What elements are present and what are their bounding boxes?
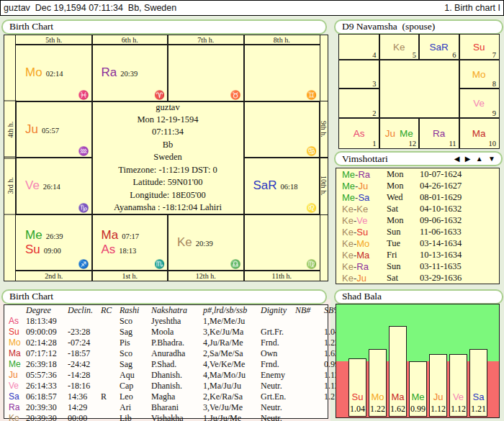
shadbala-bar-mo: Mo1.22	[369, 349, 387, 417]
dasha-row[interactable]: Ke-Su Sun 11-06-1633	[336, 227, 499, 237]
col-pada-lords: p#,lrd/sb/ssb	[203, 305, 261, 316]
d9-cell: 2	[339, 89, 379, 118]
degree-value: 26:39:18	[26, 359, 68, 370]
sign-number: 4	[372, 51, 376, 59]
planet-code: Su	[9, 327, 26, 337]
dasha-row[interactable]: Ke-Mo Tue 03-14-1634	[336, 238, 499, 249]
dasha-row[interactable]: Me-Sa Wed 08-01-1629	[336, 192, 499, 203]
planet-code: Sa	[9, 391, 26, 402]
planet-entry: Ke20:39	[177, 235, 244, 250]
planet-code: Ju	[385, 128, 395, 139]
house-cell-4: Ju05:57♒	[16, 101, 92, 158]
shadbala-bar-ve: Ve1.12	[449, 354, 467, 417]
birth-detail-line: Ayanamsha : -18:12:04 Lahiri	[114, 202, 222, 214]
table-row: Ra 20:39:30 14:29 Ari Bharani 3,Ve/Ju/Me…	[4, 402, 328, 413]
house-cell-1: Ma07:17As18:13♏	[92, 214, 168, 271]
dasha-row[interactable]: Me-Ra Mon 10-07-1624	[336, 169, 499, 180]
dasha-row[interactable]: Ke-Ke Sat 04-10-1632	[336, 204, 499, 214]
bar-planet-label: Mo	[368, 391, 387, 402]
bar-planet-label: Sa	[469, 391, 488, 402]
shadbala-panel-header: Shad Bala	[334, 289, 503, 304]
house-label: 11th h.	[244, 271, 320, 281]
col-rashi: Rashi	[120, 305, 151, 316]
dasha-weekday: Tue	[387, 238, 420, 249]
house-label: 3rd h.	[4, 158, 16, 214]
nakshatra-value: P.Shad.	[151, 359, 203, 370]
dasha-row[interactable]: Ke-Ma Fri 10-13-1634	[336, 250, 499, 261]
planet-degree: 09:00	[44, 247, 61, 255]
dasha-up-icon[interactable]: ▲	[476, 155, 483, 163]
dignity-value: Neutr.	[261, 402, 295, 413]
house-cell-2: Me26:39Su09:00♐	[16, 214, 92, 271]
dasha-row[interactable]: Ke-Ra Sun 03-11-1635	[336, 261, 499, 272]
dasha-row[interactable]: Ke-Ju Sat 03-29-1636	[336, 273, 499, 284]
dasha-next-icon[interactable]: ▶	[465, 155, 471, 163]
rashi-value: Sag	[120, 359, 151, 370]
pada-lords-value: 1,Me/Me/Ju	[203, 316, 261, 327]
pada-lords-value: 1,Ma/Ju/Ju	[203, 381, 261, 391]
planet-entry: As18:13	[102, 243, 168, 257]
pada-lords-value: 1,Ju/Ju/Me	[203, 413, 261, 421]
planet-code: Ke	[9, 413, 26, 421]
planet-entry: Ra20:39	[102, 65, 168, 80]
panel-title: Birth Chart	[9, 21, 53, 32]
dasha-row[interactable]: Ke-Ve Mon 09-06-1632	[336, 215, 499, 226]
title-bar: guztav Dec 19,1594 07:11:34 Bb, Sweden 1…	[0, 0, 504, 16]
nakshatra-value: Dhanish.	[151, 370, 203, 381]
planet-entry: Ju05:57	[25, 122, 92, 137]
bar-value-label: 1.12	[448, 404, 469, 415]
dasha-weekday: Sat	[387, 204, 420, 214]
planet-degree: 05:57	[42, 127, 59, 135]
vimshottari-panel-header: Vimshottari ◀ ▶ ▲ ▼	[334, 151, 503, 166]
shadbala-bar-su: Su1.04	[348, 358, 366, 417]
birth-detail-line: Latitude: 59N01'00	[132, 176, 202, 189]
planet-degree: 20:39	[196, 240, 213, 248]
degree-value: 06:18:57	[26, 391, 68, 402]
bar-planet-label: Me	[408, 391, 428, 402]
house-cell-10: SaR06:18♌	[244, 158, 320, 214]
nakshatra-value: Magha	[151, 391, 203, 402]
d9-cell: Ma10	[459, 118, 500, 148]
house-label: 12th h.	[168, 271, 244, 281]
d9-center	[379, 60, 459, 118]
panel-title: D9 Navamsha (spouse)	[342, 21, 435, 32]
zodiac-sign-icon: ♍	[306, 259, 317, 270]
declination-value: -07:24	[68, 338, 101, 348]
shadbala-bar-sa: Sa1.21	[469, 349, 487, 417]
panel-title: Birth Chart	[9, 291, 53, 302]
panel-title: Vimshottari	[342, 153, 388, 165]
house-label: 9th h.	[320, 101, 328, 158]
planet-code: Ma	[102, 228, 119, 243]
birth-detail-line: Bb	[163, 139, 174, 151]
dasha-pair: Ke-Ve	[342, 215, 387, 226]
sign-number: 12	[409, 140, 417, 148]
col-nakshatra: Nakshatra	[151, 305, 203, 316]
dasha-weekday: Sun	[387, 227, 420, 237]
dasha-pair: Ke-Ma	[342, 250, 387, 261]
birth-detail-line: Timezone: -1:12:19 DST: 0	[118, 164, 217, 176]
rashi-value: Cap	[120, 381, 151, 391]
d9-cell: JuMe12	[379, 118, 420, 148]
rashi-value: Ari	[120, 402, 151, 413]
dignity-value: Neutr.	[261, 413, 295, 421]
planet-code: Ra	[433, 128, 445, 139]
nakshatra-value: Jyeshtha	[151, 316, 203, 327]
view-title[interactable]: 1. Birth chart I	[444, 3, 503, 13]
house-label: 10th h.	[320, 158, 328, 214]
dasha-down-icon[interactable]: ▼	[488, 155, 495, 163]
d9-cell: 3	[339, 60, 379, 89]
dasha-date: 03-11-1635	[420, 261, 462, 272]
dasha-row[interactable]: Me-Ju Mon 04-26-1627	[336, 181, 499, 191]
sign-number: 8	[492, 80, 496, 88]
shadbala-bar-me: Me0.99	[409, 361, 427, 417]
col-nb: NB#	[295, 305, 324, 316]
planet-entry: Ve26:14	[25, 178, 92, 193]
birth-detail-line: Longitude: 18E05'00	[130, 189, 205, 202]
dasha-weekday: Mon	[387, 215, 420, 226]
planet-table: Degree Declin. RC Rashi Nakshatra p#,lrd…	[4, 304, 328, 419]
house-label: 7th h.	[168, 35, 244, 45]
dasha-prev-icon[interactable]: ◀	[454, 155, 460, 163]
planet-degree: 26:14	[43, 183, 60, 191]
bar-value-label: 1.21	[468, 404, 489, 415]
col-degree: Degree	[26, 305, 68, 316]
